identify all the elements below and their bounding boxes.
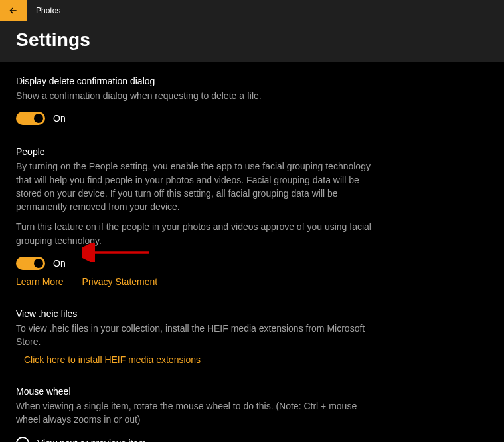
delete-confirm-toggle[interactable] [16,112,45,125]
radio-label: View next or previous item [37,438,146,442]
header: Settings [0,21,504,62]
people-toggle[interactable] [16,257,45,270]
setting-title: Mouse wheel [16,386,382,397]
setting-description-2: Turn this feature on if the people in yo… [16,220,382,247]
setting-description: Show a confirmation dialog when requesti… [16,89,382,102]
toggle-row: On [16,257,382,270]
radio-row: View next or previous item [16,437,382,442]
toggle-knob [34,259,43,268]
titlebar: Photos [0,0,504,21]
arrow-left-icon [8,5,19,16]
setting-description: By turning on the People setting, you en… [16,160,382,213]
section-heic: View .heic files To view .heic files in … [16,308,382,365]
section-delete-confirmation: Display delete confirmation dialog Show … [16,76,382,125]
view-next-prev-radio[interactable] [16,437,29,442]
page-title: Settings [16,29,488,51]
setting-title: People [16,146,382,157]
install-heif-link[interactable]: Click here to install HEIF media extensi… [24,354,201,365]
section-mouse-wheel: Mouse wheel When viewing a single item, … [16,386,382,442]
toggle-state-label: On [53,113,66,124]
learn-more-link[interactable]: Learn More [16,276,64,287]
setting-description: To view .heic files in your collection, … [16,322,382,349]
privacy-statement-link[interactable]: Privacy Statement [82,276,158,287]
section-people: People By turning on the People setting,… [16,146,382,287]
link-row: Learn More Privacy Statement [16,276,382,287]
toggle-row: On [16,112,382,125]
setting-title: Display delete confirmation dialog [16,76,382,86]
toggle-knob [34,114,43,123]
app-title: Photos [36,6,60,15]
setting-description: When viewing a single item, rotate the m… [16,399,382,427]
setting-title: View .heic files [16,308,382,319]
toggle-state-label: On [53,258,66,269]
back-button[interactable] [0,0,27,21]
content: Display delete confirmation dialog Show … [0,62,398,442]
